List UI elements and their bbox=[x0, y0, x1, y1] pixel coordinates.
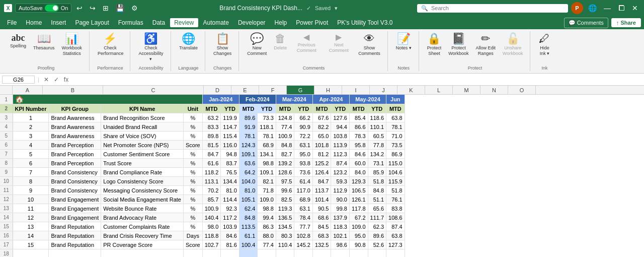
row-header-2: 2 bbox=[0, 104, 13, 113]
undo-button[interactable]: ↩ bbox=[74, 3, 85, 13]
table-row-2: 2 KPI Number KPI Group KPI Name Unit MTD… bbox=[0, 104, 405, 113]
mtd-1-header: MTD bbox=[202, 104, 221, 113]
profile-avatar[interactable]: P bbox=[571, 2, 583, 14]
col-header-g[interactable]: G bbox=[287, 86, 314, 94]
spelling-label: Spelling bbox=[10, 43, 26, 49]
col-header-d[interactable]: D bbox=[204, 86, 231, 94]
search-icon: 🔍 bbox=[421, 5, 428, 12]
table-row: 12 10 Brand Engagement Social Media Enga… bbox=[0, 195, 405, 204]
menu-data[interactable]: Data bbox=[148, 18, 169, 27]
protect-buttons: 🔒 ProtectSheet 📓 ProtectWorkbook ✏ Allow… bbox=[424, 31, 526, 65]
file-title: Brand Consistency KPI Dash... bbox=[219, 5, 302, 12]
menu-home[interactable]: Home bbox=[22, 18, 46, 27]
kpi-group-header: KPI Group bbox=[49, 104, 101, 113]
menu-insert[interactable]: Insert bbox=[47, 18, 70, 27]
formulabar: | ✕ ✓ fx bbox=[0, 74, 644, 86]
search-box[interactable]: 🔍 bbox=[417, 4, 568, 13]
autosave-badge[interactable]: AutoSave On bbox=[15, 4, 71, 13]
menu-formulas[interactable]: Formulas bbox=[114, 18, 147, 27]
ytd-5-header: YTD bbox=[368, 104, 386, 113]
hide-ink-button[interactable]: 🖊 HideInk ▾ bbox=[535, 31, 553, 65]
kpi-num-header: KPI Number bbox=[13, 104, 49, 113]
delete-comment-button[interactable]: 🗑 Delete bbox=[271, 31, 290, 65]
unshare-workbook-button[interactable]: 🔓 UnshareWorkbook bbox=[500, 31, 526, 65]
search-input[interactable] bbox=[431, 5, 564, 11]
jun-2024-header: Jun bbox=[386, 95, 405, 104]
confirm-icon[interactable]: ✓ bbox=[52, 76, 60, 83]
spelling-button[interactable]: abc Spelling bbox=[7, 31, 29, 65]
workbook-statistics-button[interactable]: 📊 WorkbookStatistics bbox=[59, 31, 85, 65]
menu-power-pivot[interactable]: Power Pivot bbox=[292, 18, 332, 27]
translate-icon: 🌐 bbox=[182, 33, 195, 44]
col-header-i[interactable]: I bbox=[342, 86, 370, 94]
menu-page-layout[interactable]: Page Layout bbox=[71, 18, 113, 27]
menu-file[interactable]: File bbox=[3, 18, 21, 27]
col-header-o[interactable]: O bbox=[508, 86, 536, 94]
formula-separator: | bbox=[37, 77, 40, 83]
col-header-l[interactable]: L bbox=[425, 86, 453, 94]
protect-workbook-button[interactable]: 📓 ProtectWorkbook bbox=[445, 31, 471, 65]
restore-button[interactable]: ⧠ bbox=[616, 3, 627, 13]
comments-button[interactable]: 💬 Comments bbox=[564, 18, 608, 28]
menu-review[interactable]: Review bbox=[170, 18, 198, 27]
table-row: 10 8 Brand Consistency Logo Consistency … bbox=[0, 177, 405, 186]
table-row: 17 15 Brand Reputation PR Coverage Score… bbox=[0, 240, 405, 249]
col-header-e[interactable]: E bbox=[231, 86, 259, 94]
col-header-k[interactable]: K bbox=[397, 86, 425, 94]
insert-function-icon[interactable]: fx bbox=[62, 76, 70, 83]
translate-button[interactable]: 🌐 Translate bbox=[176, 31, 201, 65]
cancel-icon[interactable]: ✕ bbox=[42, 76, 50, 83]
share-button[interactable]: ↑ Share bbox=[611, 18, 641, 27]
spelling-icon: abc bbox=[12, 33, 25, 42]
menu-automate[interactable]: Automate bbox=[199, 18, 233, 27]
col-header-c[interactable]: C bbox=[103, 86, 204, 94]
notes-button[interactable]: 📝 Notes ▾ bbox=[393, 31, 415, 65]
redo-button[interactable]: ↪ bbox=[88, 3, 98, 13]
check-accessibility-button[interactable]: ♿ CheckAccessibility ▾ bbox=[135, 31, 167, 65]
thesaurus-label: Thesaurus bbox=[33, 45, 55, 51]
more-commands-button[interactable]: ⚙ bbox=[129, 3, 140, 13]
close-button[interactable]: ✕ bbox=[630, 3, 640, 13]
unshare-icon: 🔓 bbox=[506, 33, 520, 44]
hide-ink-icon: 🖊 bbox=[539, 33, 550, 44]
ytd-2-header: YTD bbox=[258, 104, 276, 113]
new-comment-button[interactable]: 💬 NewComment bbox=[244, 31, 270, 65]
titlebar-center: Brand Consistency KPI Dash... ✓ Saved ▾ bbox=[140, 5, 417, 12]
col-header-j[interactable]: J bbox=[370, 86, 397, 94]
new-comment-icon: 💬 bbox=[250, 33, 264, 44]
table-row: 15 13 Brand Reputation Customer Complain… bbox=[0, 222, 405, 231]
kpi-name-header: KPI Name bbox=[101, 104, 184, 113]
cell-reference-input[interactable] bbox=[2, 76, 35, 84]
translate-label: Translate bbox=[179, 45, 198, 51]
previous-comment-button[interactable]: ◀ Previous Comment bbox=[291, 31, 322, 65]
formula-input[interactable] bbox=[72, 76, 642, 83]
performance-buttons: ⚡ CheckPerformance bbox=[95, 31, 126, 65]
col-header-n[interactable]: N bbox=[480, 86, 508, 94]
show-comments-button[interactable]: 👁 ShowComments bbox=[355, 31, 383, 65]
autosave-toggle[interactable] bbox=[45, 5, 59, 12]
thesaurus-button[interactable]: 📖 Thesaurus bbox=[30, 31, 58, 65]
menu-developer[interactable]: Developer bbox=[234, 18, 270, 27]
protect-sheet-button[interactable]: 🔒 ProtectSheet bbox=[424, 31, 445, 65]
col-header-m[interactable]: M bbox=[453, 86, 480, 94]
ytd-1-header: YTD bbox=[221, 104, 239, 113]
titlebar-left: X AutoSave On ↩ ↪ ⊞ 💾 ⚙ bbox=[4, 3, 140, 13]
col-header-f[interactable]: F bbox=[259, 86, 287, 94]
show-changes-button[interactable]: 📋 ShowChanges bbox=[210, 31, 234, 65]
delete-comment-icon: 🗑 bbox=[275, 33, 286, 44]
allow-edit-ranges-button[interactable]: ✏ Allow EditRanges bbox=[473, 31, 499, 65]
ribbon-group-proofing: abc Spelling 📖 Thesaurus 📊 WorkbookStati… bbox=[3, 31, 90, 71]
quick-access-button[interactable]: ⊞ bbox=[101, 3, 111, 13]
col-header-h[interactable]: H bbox=[314, 86, 342, 94]
menu-pk-utility[interactable]: PK's Utility Tool V3.0 bbox=[333, 18, 396, 27]
web-icon[interactable]: 🌐 bbox=[586, 3, 599, 13]
next-comment-button[interactable]: ▶ Next Comment bbox=[323, 31, 354, 65]
mtd-6-header: MTD bbox=[386, 104, 405, 113]
mtd-4-header: MTD bbox=[312, 104, 331, 113]
menu-help[interactable]: Help bbox=[271, 18, 291, 27]
check-performance-button[interactable]: ⚡ CheckPerformance bbox=[95, 31, 126, 65]
save-button[interactable]: 💾 bbox=[114, 3, 126, 13]
col-header-b[interactable]: B bbox=[43, 86, 103, 94]
col-header-a[interactable]: A bbox=[13, 86, 43, 94]
minimize-button[interactable]: — bbox=[602, 3, 613, 13]
